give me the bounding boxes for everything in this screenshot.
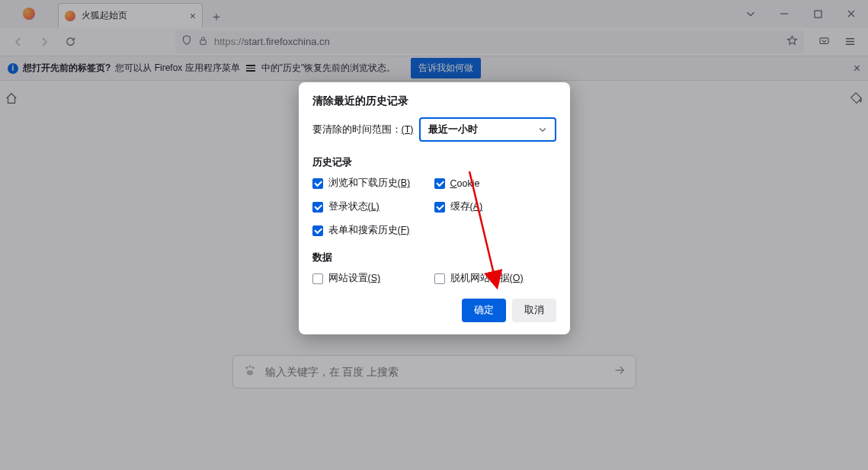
checkbox-icon [312,178,323,189]
time-range-value: 最近一小时 [428,123,478,136]
data-checks: 网站设置(S) 脱机网站数据(O) [312,272,556,285]
section-history: 历史记录 [312,155,556,169]
check-label: 表单和搜索历史(F) [328,224,410,237]
history-checks: 浏览和下载历史(B) Cookie 登录状态(L) 缓存(A) 表单和搜索历史(… [312,177,556,237]
section-data: 数据 [312,251,556,264]
check-site-settings[interactable]: 网站设置(S) [312,272,434,285]
check-offline-data[interactable]: 脱机网站数据(O) [434,272,556,285]
check-label: 脱机网站数据(O) [450,272,524,285]
check-cookie[interactable]: Cookie [434,177,556,190]
checkbox-icon [434,202,445,213]
checkbox-icon [312,225,323,236]
time-range-select[interactable]: 最近一小时 [419,117,556,142]
checkbox-icon [312,273,323,284]
check-login[interactable]: 登录状态(L) [312,200,434,213]
clear-history-dialog: 清除最近的历史记录 要清除的时间范围：(T) 最近一小时 历史记录 浏览和下载历… [299,82,570,334]
checkbox-icon [434,178,445,189]
check-forms[interactable]: 表单和搜索历史(F) [312,224,434,237]
check-label: Cookie [450,178,480,189]
time-range-row: 要清除的时间范围：(T) 最近一小时 [312,117,556,142]
check-browse-history[interactable]: 浏览和下载历史(B) [312,177,434,190]
checkbox-icon [312,202,323,213]
ok-button[interactable]: 确定 [462,299,506,322]
check-label: 缓存(A) [450,200,483,213]
dialog-title: 清除最近的历史记录 [312,94,556,108]
check-cache[interactable]: 缓存(A) [434,200,556,213]
checkbox-icon [434,273,445,284]
time-range-label: 要清除的时间范围：(T) [312,123,414,136]
check-label: 登录状态(L) [328,200,380,213]
check-label: 浏览和下载历史(B) [328,177,411,190]
check-label: 网站设置(S) [328,272,381,285]
chevron-down-icon [538,125,547,134]
dialog-actions: 确定 取消 [312,299,556,322]
cancel-button[interactable]: 取消 [512,299,556,322]
